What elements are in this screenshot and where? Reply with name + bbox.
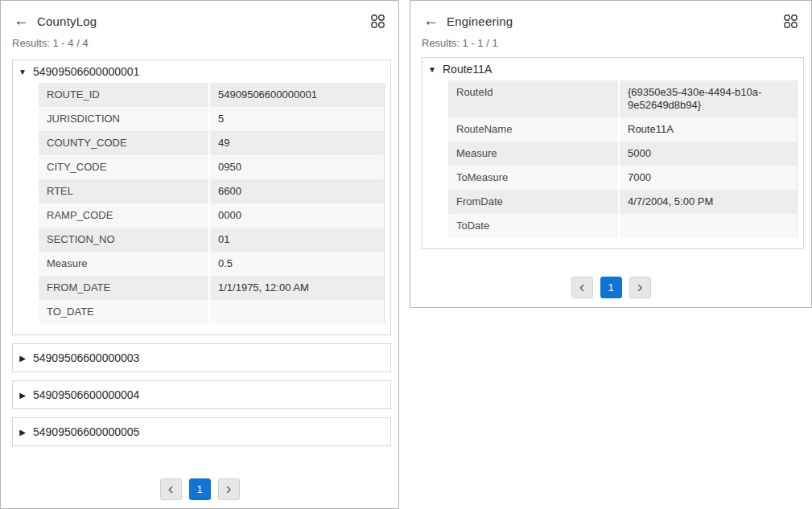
feature-title: 54909506600000003 (33, 351, 139, 364)
attr-value-cell: 54909506600000001 (210, 83, 384, 107)
prev-page-button[interactable]: ‹ (571, 277, 593, 298)
feature-title: 54909506600000005 (33, 425, 139, 438)
attr-name-cell: COUNTY_CODE (39, 131, 210, 155)
attr-name-cell: Measure (39, 252, 210, 276)
pagination: ‹ 1 › (410, 277, 811, 298)
table-row: FromDate 4/7/2004, 5:00 PM (448, 190, 797, 214)
chevron-right-icon: › (637, 278, 643, 294)
feature-accordion-header[interactable]: ▶ 54909506600000004 (13, 381, 390, 408)
attr-name-cell: RouteId (448, 80, 620, 117)
table-row: COUNTY_CODE 49 (39, 131, 384, 155)
feature-accordion-header[interactable]: ▼ Route11A (422, 58, 803, 80)
feature-title: 54909506600000004 (33, 388, 139, 401)
panel-header: ← Engineering (410, 1, 811, 29)
page-1-button[interactable]: 1 (600, 277, 622, 298)
chevron-left-icon: ‹ (579, 278, 585, 294)
attributes-table: ROUTE_ID 54909506600000001 JURISDICTION … (39, 83, 385, 324)
results-count: Results: 1 - 1 / 1 (422, 37, 798, 49)
attr-value-cell: 01 (210, 228, 384, 252)
table-row: JURISDICTION 5 (39, 107, 384, 131)
grid-icon[interactable] (783, 14, 798, 29)
attr-name-cell: RTEL (39, 179, 210, 203)
caret-down-icon: ▼ (18, 68, 27, 76)
attr-value-cell: 4/7/2004, 5:00 PM (620, 190, 797, 214)
attr-value-cell: 5 (210, 107, 384, 131)
next-page-button[interactable]: › (629, 277, 651, 298)
feature-accordion-item: ▶ 54909506600000003 (12, 343, 391, 372)
chevron-right-icon: › (226, 480, 232, 496)
caret-right-icon: ▶ (18, 428, 27, 437)
attr-name-cell: ToDate (448, 214, 620, 238)
table-row: Measure 5000 (448, 142, 797, 166)
attr-name-cell: ToMeasure (448, 166, 620, 190)
attr-value-cell: 0950 (210, 155, 384, 179)
attr-value-cell: 5000 (620, 142, 797, 166)
attr-name-cell: RouteName (448, 117, 620, 142)
attr-name-cell: RAMP_CODE (39, 203, 210, 228)
panel-header: ← CountyLog (1, 1, 398, 29)
back-arrow-icon[interactable]: ← (14, 13, 29, 29)
feature-accordion-item: ▶ 54909506600000005 (12, 417, 391, 446)
table-row: ROUTE_ID 54909506600000001 (39, 83, 384, 107)
feature-panel-countylog: ← CountyLog Results: 1 - 4 / 4 ▼ 5490950… (0, 0, 399, 509)
attributes-table: RouteId {69350e35-430e-4494-b10a-9e52649… (448, 80, 798, 238)
chevron-left-icon: ‹ (168, 480, 174, 496)
attr-name-cell: CITY_CODE (39, 155, 210, 179)
table-row: RouteId {69350e35-430e-4494-b10a-9e52649… (448, 80, 797, 117)
back-arrow-icon[interactable]: ← (423, 13, 439, 29)
results-count: Results: 1 - 4 / 4 (12, 37, 385, 49)
attr-name-cell: JURISDICTION (39, 107, 210, 131)
pagination: ‹ 1 › (1, 478, 398, 500)
table-row: TO_DATE (39, 300, 384, 324)
attr-value-cell: 1/1/1975, 12:00 AM (210, 276, 384, 300)
table-row: RAMP_CODE 0000 (39, 203, 384, 228)
table-row: RTEL 6600 (39, 179, 384, 203)
attr-value-cell: 0.5 (210, 252, 384, 276)
attr-value-cell (210, 300, 384, 324)
table-row: FROM_DATE 1/1/1975, 12:00 AM (39, 276, 384, 300)
caret-right-icon: ▶ (18, 391, 27, 400)
feature-accordion-header[interactable]: ▶ 54909506600000005 (13, 418, 390, 445)
table-row: Measure 0.5 (39, 252, 384, 276)
attr-name-cell: FromDate (448, 190, 620, 214)
table-row: CITY_CODE 0950 (39, 155, 384, 179)
attr-value-cell: 6600 (210, 179, 384, 203)
feature-accordion-item: ▼ Route11A RouteId {69350e35-430e-4494-b… (422, 57, 804, 249)
attr-value-cell: 7000 (620, 166, 797, 190)
feature-accordion-header[interactable]: ▶ 54909506600000003 (13, 344, 390, 371)
attr-value-cell: {69350e35-430e-4494-b10a-9e52649d8b94} (620, 80, 797, 117)
attr-value-cell: 49 (210, 131, 384, 155)
table-row: ToMeasure 7000 (448, 166, 797, 190)
page-1-button[interactable]: 1 (189, 478, 211, 500)
attr-name-cell: Measure (448, 142, 620, 166)
prev-page-button[interactable]: ‹ (160, 478, 182, 500)
table-row: ToDate (448, 214, 797, 238)
attr-value-cell (620, 214, 797, 238)
table-row: SECTION_NO 01 (39, 228, 384, 252)
caret-right-icon: ▶ (18, 354, 27, 363)
attr-value-cell: 0000 (210, 203, 384, 228)
feature-title: Route11A (443, 63, 492, 76)
panel-title: CountyLog (37, 14, 97, 28)
attr-name-cell: TO_DATE (39, 300, 210, 324)
attr-name-cell: SECTION_NO (39, 228, 210, 252)
feature-accordion-item: ▶ 54909506600000004 (12, 380, 391, 409)
attr-name-cell: FROM_DATE (39, 276, 210, 300)
attr-value-cell: Route11A (620, 117, 797, 142)
next-page-button[interactable]: › (218, 478, 240, 500)
feature-panel-engineering: ← Engineering Results: 1 - 1 / 1 ▼ Route… (410, 0, 812, 308)
feature-title: 54909506600000001 (33, 65, 139, 78)
attr-name-cell: ROUTE_ID (39, 83, 210, 107)
feature-accordion-header[interactable]: ▼ 54909506600000001 (13, 60, 390, 82)
table-row: RouteName Route11A (448, 117, 797, 142)
caret-down-icon: ▼ (427, 65, 437, 74)
grid-icon[interactable] (370, 14, 385, 29)
panel-title: Engineering (447, 14, 513, 28)
feature-accordion-item: ▼ 54909506600000001 ROUTE_ID 54909506600… (12, 60, 391, 335)
